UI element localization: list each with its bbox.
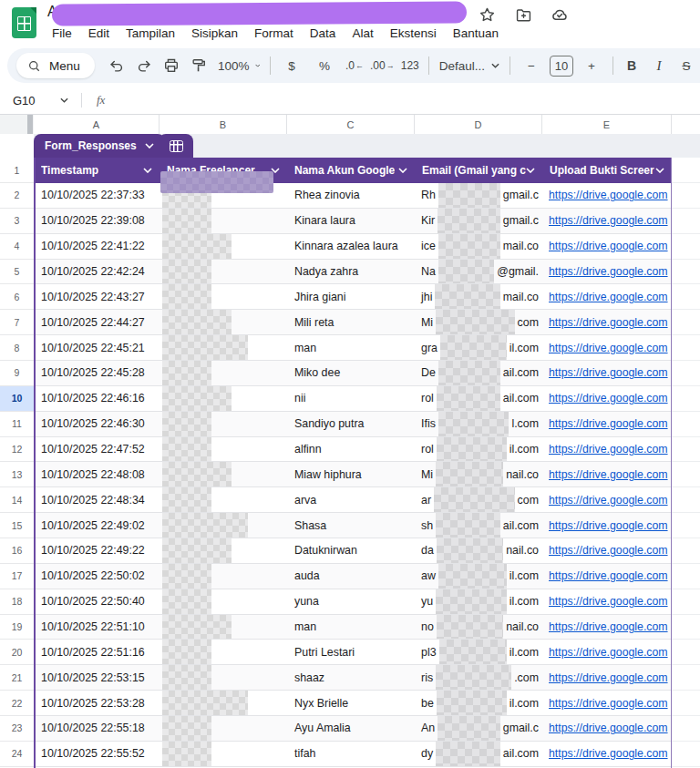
cell-timestamp[interactable]: 10/10/2025 22:51:10 — [34, 615, 160, 640]
cell-timestamp[interactable]: 10/10/2025 22:49:02 — [34, 513, 160, 538]
row-number[interactable]: 9 — [0, 361, 34, 386]
cell-timestamp[interactable]: 10/10/2025 22:37:33 — [34, 183, 160, 208]
undo-button[interactable] — [106, 54, 128, 77]
cell-freelancer-redacted[interactable] — [160, 412, 287, 436]
cell-proof-link[interactable]: https://drive.google.com — [542, 513, 672, 538]
cell-google-account-name[interactable]: arva — [287, 487, 415, 512]
cell-proof-link[interactable]: https://drive.google.com — [542, 691, 672, 715]
drive-link[interactable]: https://drive.google.com — [549, 265, 668, 278]
cell-proof-link[interactable]: https://drive.google.com — [542, 310, 672, 334]
cell-timestamp[interactable]: 10/10/2025 22:51:16 — [34, 640, 160, 664]
menu-tampilan[interactable]: Tampilan — [118, 24, 183, 43]
cell-email[interactable]: ice mail.co — [415, 234, 542, 259]
cell-proof-link[interactable]: https://drive.google.com — [542, 564, 672, 589]
cell-email[interactable]: yu il.com — [415, 589, 542, 614]
cell-google-account-name[interactable]: man — [287, 615, 415, 640]
drive-link[interactable]: https://drive.google.com — [549, 671, 668, 684]
cell-email[interactable]: Mi nail.co — [415, 462, 542, 486]
cell-email[interactable]: Mi com — [415, 310, 542, 334]
cell-freelancer-redacted[interactable] — [160, 437, 287, 462]
font-family-select[interactable]: Defaul... — [436, 59, 503, 73]
cell-freelancer-redacted[interactable] — [160, 615, 287, 640]
cell-timestamp[interactable]: 10/10/2025 22:55:52 — [34, 742, 160, 766]
cell-email[interactable]: De ail.com — [415, 361, 542, 385]
row-number[interactable]: 2 — [0, 183, 34, 209]
cell-email[interactable]: ris .com — [415, 665, 542, 690]
cell-timestamp[interactable]: 10/10/2025 22:48:08 — [34, 462, 160, 486]
cell-google-account-name[interactable]: auda — [287, 564, 415, 589]
cell-email[interactable]: da nail.co — [415, 538, 542, 563]
header-nama-akun-google[interactable]: Nama Akun Google — [287, 158, 415, 183]
paint-format-button[interactable] — [188, 54, 210, 77]
cell-freelancer-redacted[interactable] — [160, 665, 287, 690]
print-button[interactable] — [160, 54, 182, 77]
cell-email[interactable]: sh ail.com — [415, 513, 542, 538]
cell-google-account-name[interactable]: Putri Lestari — [287, 640, 415, 664]
row-number[interactable]: 1 — [0, 158, 34, 183]
cell-email[interactable]: gra il.com — [415, 335, 542, 360]
cell-proof-link[interactable]: https://drive.google.com — [542, 183, 672, 208]
cell-google-account-name[interactable]: shaaz — [287, 665, 415, 690]
row-number[interactable]: 8 — [0, 335, 34, 361]
bold-button[interactable]: B — [621, 54, 643, 77]
drive-link[interactable]: https://drive.google.com — [549, 366, 668, 379]
drive-link[interactable]: https://drive.google.com — [549, 494, 668, 507]
cell-freelancer-redacted[interactable] — [160, 589, 287, 614]
menu-file[interactable]: File — [44, 24, 80, 43]
cell-freelancer-redacted[interactable] — [160, 386, 287, 411]
cell-google-account-name[interactable]: Nadya zahra — [287, 260, 415, 284]
cell-email[interactable]: Kir gmail.c — [415, 209, 542, 233]
increase-decimal-button[interactable]: .00 → — [371, 54, 394, 77]
cell-email[interactable]: rol ail.com — [415, 386, 542, 411]
row-number[interactable]: 20 — [0, 640, 34, 665]
cell-timestamp[interactable]: 10/10/2025 22:39:08 — [34, 209, 160, 233]
drive-link[interactable]: https://drive.google.com — [549, 468, 668, 481]
cell-freelancer-redacted[interactable] — [160, 716, 287, 741]
table-name-tab[interactable]: Form_Responses — [34, 134, 165, 158]
number-format-button[interactable]: 123 — [399, 54, 421, 77]
cell-email[interactable]: An gmail.c — [415, 716, 542, 741]
column-header-d[interactable]: D — [415, 115, 542, 134]
cell-google-account-name[interactable]: Ayu Amalia — [287, 716, 415, 741]
cell-timestamp[interactable]: 10/10/2025 22:46:16 — [34, 386, 160, 411]
cell-google-account-name[interactable]: Miko dee — [287, 361, 415, 385]
cell-timestamp[interactable]: 10/10/2025 22:45:28 — [34, 361, 160, 385]
menu-bantuan[interactable]: Bantuan — [445, 24, 507, 43]
row-number[interactable]: 4 — [0, 234, 34, 260]
drive-link[interactable]: https://drive.google.com — [549, 697, 668, 710]
row-number[interactable]: 22 — [0, 691, 34, 716]
cell-timestamp[interactable]: 10/10/2025 22:41:22 — [34, 234, 160, 259]
row-number[interactable]: 16 — [0, 538, 34, 564]
cell-freelancer-redacted[interactable] — [160, 284, 287, 309]
cell-freelancer-redacted[interactable] — [160, 691, 287, 715]
strikethrough-button[interactable]: S — [675, 54, 697, 77]
cell-proof-link[interactable]: https://drive.google.com — [542, 260, 672, 284]
cell-email[interactable]: ar com — [415, 487, 542, 512]
italic-button[interactable]: I — [648, 54, 670, 77]
cell-timestamp[interactable]: 10/10/2025 22:50:40 — [34, 589, 160, 614]
cell-google-account-name[interactable]: Rhea zinovia — [287, 183, 415, 208]
cell-timestamp[interactable]: 10/10/2025 22:53:28 — [34, 691, 160, 715]
cell-proof-link[interactable]: https://drive.google.com — [542, 386, 672, 411]
row-number[interactable]: 19 — [0, 615, 34, 640]
drive-link[interactable]: https://drive.google.com — [549, 722, 668, 734]
row-number[interactable]: 5 — [0, 260, 34, 285]
cell-freelancer-redacted[interactable] — [160, 640, 287, 664]
row-number[interactable]: 10 — [0, 386, 34, 412]
cell-google-account-name[interactable]: Sandiyo putra — [287, 412, 415, 436]
cell-email[interactable]: aw il.com — [415, 564, 542, 589]
cell-email[interactable]: dy ail.com — [415, 742, 542, 766]
star-icon[interactable] — [478, 5, 496, 24]
drive-link[interactable]: https://drive.google.com — [549, 342, 668, 354]
zoom-select[interactable]: 100% — [215, 54, 262, 77]
row-number[interactable]: 18 — [0, 589, 34, 615]
drive-link[interactable]: https://drive.google.com — [549, 595, 668, 608]
font-size-input[interactable]: 10 — [550, 56, 573, 77]
cell-email[interactable]: be il.com — [415, 691, 542, 715]
column-header-f-partial[interactable] — [672, 115, 700, 134]
cell-proof-link[interactable]: https://drive.google.com — [542, 284, 672, 309]
drive-link[interactable]: https://drive.google.com — [549, 392, 668, 404]
cell-google-account-name[interactable]: Kinnara azalea laura — [287, 234, 415, 259]
cell-freelancer-redacted[interactable] — [160, 564, 287, 589]
cell-timestamp[interactable]: 10/10/2025 22:55:18 — [34, 716, 160, 741]
